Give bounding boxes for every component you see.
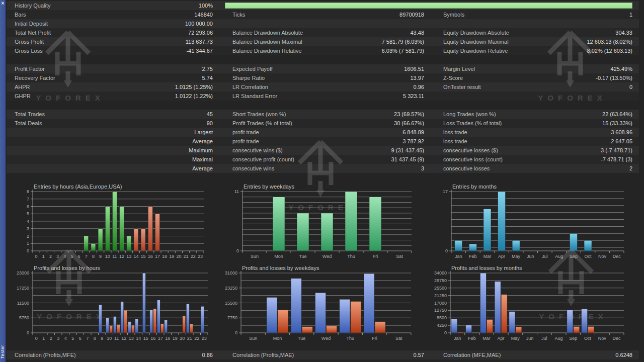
bar-profits-losses-by-hours-profits-15 [142, 273, 145, 333]
x-tick-label: Jan [455, 254, 462, 259]
stat-cell: Z-Score-0.17 (13.50%) [431, 73, 639, 82]
bar-profits-losses-by-hours-profits-12 [121, 302, 124, 333]
stat-cell: Total Deals90 [7, 119, 220, 128]
x-tick-label: Oct [585, 254, 592, 259]
stat-value: 1 [629, 10, 632, 19]
stat-value: 1.0125 (1.25%) [175, 82, 213, 92]
bar-profits-losses-by-months-losses-Sep [574, 326, 580, 333]
y-tick-label: 2 [27, 234, 29, 239]
stat-label: Correlation (Profits,MFE) [15, 350, 76, 359]
x-tick-label: Aug [555, 336, 563, 341]
y-tick-label: 12750 [434, 308, 447, 313]
x-tick-label: Sat [395, 336, 403, 341]
x-tick-label: 23 [202, 336, 207, 341]
stat-cell: LR Standard Error5 323.11 [220, 92, 431, 101]
stat-value: 146840 [194, 10, 213, 19]
x-tick-label: 15 [141, 254, 146, 259]
stat-label: Gross Profit [15, 37, 44, 46]
x-tick-label: Oct [584, 336, 592, 341]
stat-row: Profit Factor2.75Expected Payoff1606.51M… [7, 64, 639, 73]
bar-profits-losses-by-months-losses-Jan [458, 332, 464, 333]
y-tick-label: 0 [445, 248, 448, 253]
x-tick-label: Mar [482, 336, 491, 341]
x-tick-label: 23 [198, 254, 203, 259]
chart-title: Profits and losses by weekdays [242, 265, 319, 271]
y-tick-label: 6 [27, 204, 29, 209]
x-tick-label: 5 [71, 336, 74, 341]
bar-entries-by-months-entries-May [512, 240, 520, 251]
stat-row: Total Deals90Profit Trades (% of total)3… [7, 119, 639, 128]
bar-profits-losses-by-months-profits-Apr [495, 282, 501, 333]
x-tick-label: 17 [155, 254, 160, 259]
stat-row: Maximalconsecutive profit (count)31 437.… [7, 155, 639, 164]
x-tick-label: Fri [372, 336, 377, 341]
x-tick-label: 6 [78, 254, 80, 259]
x-tick-label: 7 [85, 254, 88, 259]
tab-tester[interactable]: Tester [0, 345, 6, 359]
x-tick-label: 13 [129, 336, 134, 341]
stat-cell [431, 101, 639, 110]
bar-entries-by-hours-entries-11 [112, 192, 117, 251]
stat-cell [431, 92, 639, 101]
x-tick-label: Dec [613, 336, 621, 341]
y-tick-label: 0 [444, 330, 447, 335]
stat-value: 100% [199, 1, 213, 10]
bar-profits-losses-by-hours-profits-16 [150, 310, 153, 333]
stat-value: -0.17 (13.50%) [596, 73, 632, 82]
bar-profits-losses-by-weekdays-profits-Thu [340, 299, 350, 333]
x-tick-label: Feb [469, 254, 477, 259]
correlation-row-container: Correlation (Profits,MFE)0.86Correlation… [7, 350, 639, 359]
x-tick-label: 10 [105, 254, 110, 259]
stat-cell: consecutive profit (count)31 437.45 (9) [220, 155, 431, 164]
x-tick-label: 3 [57, 336, 59, 341]
stat-cell: Total Trades45 [7, 110, 220, 119]
bar-profits-losses-by-months-profits-Sep [567, 310, 573, 333]
bar-profits-losses-by-hours-profits-17 [157, 300, 160, 333]
stat-value: 0.96 [414, 82, 424, 92]
stat-cell: Sharpe Ratio13.97 [220, 73, 431, 82]
stat-row: Bars146840Ticks89700918Symbols1 [7, 10, 639, 19]
stat-cell [7, 55, 220, 64]
bar-profits-losses-by-hours-profits-10 [106, 318, 109, 333]
x-tick-label: Feb [468, 336, 476, 341]
x-tick-label: Tue [298, 336, 305, 341]
stat-label: Symbols [443, 10, 464, 19]
x-tick-label: 20 [180, 336, 185, 341]
x-tick-label: Apr [498, 336, 505, 341]
stat-label: Loss Trades (% of total) [443, 119, 502, 128]
x-tick-label: 3 [56, 254, 59, 259]
y-tick-label: 15500 [225, 301, 237, 306]
stat-label: Equity Drawdown Maximal [443, 37, 509, 46]
x-tick-label: Mon [273, 336, 282, 341]
x-tick-label: 0 [35, 254, 38, 259]
stat-cell: Balance Drawdown Absolute43.48 [220, 28, 431, 37]
bar-profits-losses-by-hours-profits-14 [135, 319, 138, 333]
x-tick-label: 21 [184, 254, 189, 259]
stat-label: consecutive wins ($) [232, 146, 283, 155]
stat-cell: LR Correlation0.96 [220, 82, 431, 92]
x-tick-label: 4 [64, 336, 67, 341]
bar-profits-losses-by-hours-losses-21 [190, 324, 193, 333]
bar-profits-losses-by-months-profits-Mar [480, 273, 486, 333]
x-tick-label: 16 [150, 336, 155, 341]
x-tick-label: Sep [570, 254, 578, 259]
stat-label: Initial Deposit [15, 19, 48, 28]
stat-label: Bars [15, 10, 26, 19]
x-tick-label: 2 [50, 336, 52, 341]
stat-value: 31 437.45 (9) [391, 155, 424, 164]
y-tick-label: 0 [236, 248, 239, 253]
chart-profits-losses-by-weekdays: 07750155002325031000SunMonTueWedThuFriSa… [221, 263, 422, 341]
y-tick-label: 0 [235, 330, 237, 335]
stat-value: 113 637.73 [186, 37, 213, 46]
stat-row: Gross Profit113 637.73Balance Drawdown M… [7, 37, 639, 46]
chart-svg-entries-by-weekdays: 011SunMonTueWedThuFriSatEntries by weekd… [221, 182, 422, 259]
stat-value: 30 (66.67%) [394, 119, 424, 128]
stat-value: 100 000.00 [185, 19, 213, 28]
stat-cell: Balance Drawdown Maximal7 581.79 (6.03%) [220, 37, 431, 46]
bar-profits-losses-by-hours-profits-9 [99, 305, 102, 333]
x-tick-label: 20 [176, 254, 181, 259]
stat-value: Maximum [189, 146, 213, 155]
bar-profits-losses-by-hours-losses-11 [117, 324, 120, 333]
x-tick-label: 8 [94, 336, 96, 341]
close-icon[interactable]: × [0, 0, 6, 7]
